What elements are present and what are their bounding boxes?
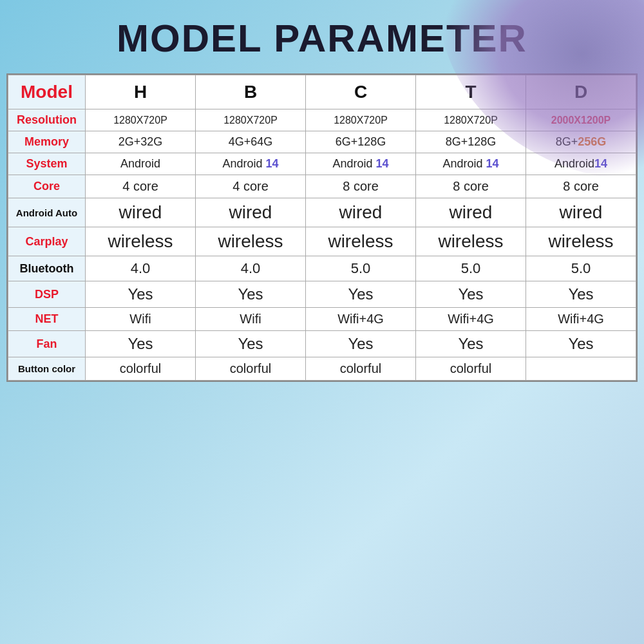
fan-t: Yes bbox=[416, 331, 526, 357]
dsp-t: Yes bbox=[416, 281, 526, 308]
memory-b: 4G+64G bbox=[196, 131, 306, 153]
bluetooth-h: 4.0 bbox=[86, 256, 196, 281]
memory-h: 2G+32G bbox=[86, 131, 196, 153]
fan-c: Yes bbox=[306, 331, 416, 357]
memory-label: Memory bbox=[8, 131, 86, 153]
system-c: Android 14 bbox=[306, 153, 416, 175]
net-d: Wifi+4G bbox=[526, 308, 636, 331]
carplay-h: wireless bbox=[86, 227, 196, 256]
model-label: Model bbox=[8, 75, 86, 109]
header-col-h: H bbox=[86, 75, 196, 109]
core-b: 4 core bbox=[196, 175, 306, 198]
resolution-b: 1280X720P bbox=[196, 109, 306, 131]
bluetooth-t: 5.0 bbox=[416, 256, 526, 281]
table-row-android-auto: Android Auto wired wired wired wired wir… bbox=[8, 198, 636, 227]
core-t: 8 core bbox=[416, 175, 526, 198]
core-h: 4 core bbox=[86, 175, 196, 198]
net-h: Wifi bbox=[86, 308, 196, 331]
table-row-net: NET Wifi Wifi Wifi+4G Wifi+4G Wifi+4G bbox=[8, 308, 636, 331]
bluetooth-d: 5.0 bbox=[526, 256, 636, 281]
header-col-b: B bbox=[196, 75, 306, 109]
carplay-t: wireless bbox=[416, 227, 526, 256]
system-h: Android bbox=[86, 153, 196, 175]
table-row-carplay: Carplay wireless wireless wireless wirel… bbox=[8, 227, 636, 256]
fan-b: Yes bbox=[196, 331, 306, 357]
button-color-d bbox=[526, 357, 636, 381]
memory-c: 6G+128G bbox=[306, 131, 416, 153]
fan-d: Yes bbox=[526, 331, 636, 357]
system-b: Android 14 bbox=[196, 153, 306, 175]
table-row-dsp: DSP Yes Yes Yes Yes Yes bbox=[8, 281, 636, 308]
bluetooth-b: 4.0 bbox=[196, 256, 306, 281]
android-auto-b: wired bbox=[196, 198, 306, 227]
bluetooth-c: 5.0 bbox=[306, 256, 416, 281]
fan-h: Yes bbox=[86, 331, 196, 357]
resolution-c: 1280X720P bbox=[306, 109, 416, 131]
android-auto-label: Android Auto bbox=[8, 198, 86, 227]
resolution-h: 1280X720P bbox=[86, 109, 196, 131]
resolution-label: Resolution bbox=[8, 109, 86, 131]
bluetooth-label: Bluetooth bbox=[8, 256, 86, 281]
table-row-fan: Fan Yes Yes Yes Yes Yes bbox=[8, 331, 636, 357]
android-auto-c: wired bbox=[306, 198, 416, 227]
table-row-core: Core 4 core 4 core 8 core 8 core 8 core bbox=[8, 175, 636, 198]
system-label: System bbox=[8, 153, 86, 175]
dsp-d: Yes bbox=[526, 281, 636, 308]
carplay-b: wireless bbox=[196, 227, 306, 256]
button-color-t: colorful bbox=[416, 357, 526, 381]
android-auto-t: wired bbox=[416, 198, 526, 227]
android-auto-h: wired bbox=[86, 198, 196, 227]
dsp-h: Yes bbox=[86, 281, 196, 308]
carplay-label: Carplay bbox=[8, 227, 86, 256]
system-t: Android 14 bbox=[416, 153, 526, 175]
header-col-c: C bbox=[306, 75, 416, 109]
table-row-button-color: Button color colorful colorful colorful … bbox=[8, 357, 636, 381]
button-color-label: Button color bbox=[8, 357, 86, 381]
carplay-c: wireless bbox=[306, 227, 416, 256]
net-label: NET bbox=[8, 308, 86, 331]
dsp-b: Yes bbox=[196, 281, 306, 308]
button-color-c: colorful bbox=[306, 357, 416, 381]
fan-label: Fan bbox=[8, 331, 86, 357]
dsp-c: Yes bbox=[306, 281, 416, 308]
button-color-b: colorful bbox=[196, 357, 306, 381]
core-c: 8 core bbox=[306, 175, 416, 198]
android-auto-d: wired bbox=[526, 198, 636, 227]
table-row-bluetooth: Bluetooth 4.0 4.0 5.0 5.0 5.0 bbox=[8, 256, 636, 281]
button-color-h: colorful bbox=[86, 357, 196, 381]
dsp-label: DSP bbox=[8, 281, 86, 308]
net-t: Wifi+4G bbox=[416, 308, 526, 331]
core-label: Core bbox=[8, 175, 86, 198]
carplay-d: wireless bbox=[526, 227, 636, 256]
net-c: Wifi+4G bbox=[306, 308, 416, 331]
net-b: Wifi bbox=[196, 308, 306, 331]
